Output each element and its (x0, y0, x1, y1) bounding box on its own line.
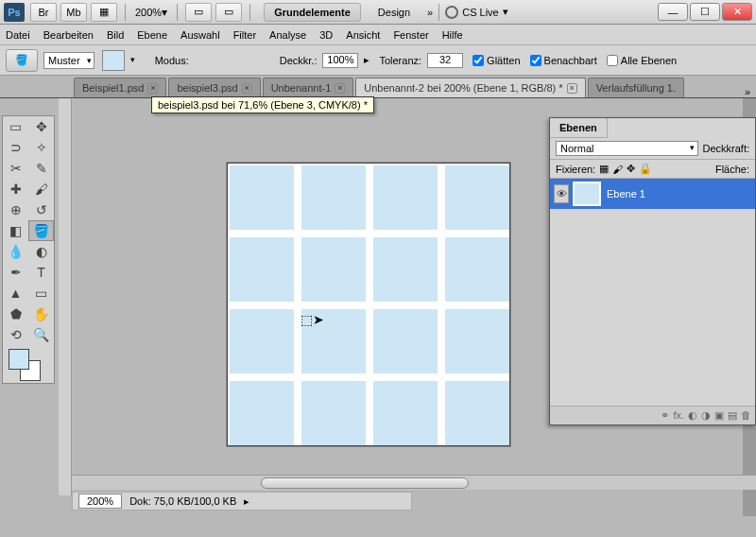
menu-analysis[interactable]: Analyse (269, 29, 306, 41)
fx-icon[interactable]: fx. (673, 409, 684, 422)
close-tab-icon[interactable]: × (567, 83, 577, 94)
opacity-flyout[interactable]: ▸ (364, 54, 369, 66)
menu-help[interactable]: Hilfe (442, 29, 463, 41)
move-tool[interactable]: ▭ (3, 116, 28, 137)
current-tool-icon[interactable]: 🪣 (6, 49, 38, 72)
maximize-button[interactable]: ☐ (690, 3, 720, 21)
document-tab[interactable]: Beispiel1.psd× (74, 78, 166, 97)
minimize-button[interactable]: — (658, 3, 688, 21)
lock-all-icon[interactable]: 🔒 (639, 163, 652, 175)
heal-tool[interactable]: ✚ (3, 179, 28, 199)
bridge-button[interactable]: Br (30, 3, 57, 22)
menu-view[interactable]: Ansicht (346, 29, 380, 41)
opacity-input[interactable]: 100% (322, 53, 358, 68)
lasso-tool[interactable]: ⊃ (3, 137, 28, 158)
bucket-tool[interactable]: 🪣 (28, 220, 54, 241)
menu-image[interactable]: Bild (107, 29, 124, 41)
document-tab[interactable]: beispiel3.psd× (168, 78, 260, 97)
history-brush-tool[interactable]: ↺ (28, 199, 54, 220)
workspace-primary[interactable]: Grundelemente (264, 3, 361, 22)
pen-tool[interactable]: ✒ (3, 262, 28, 283)
workspace-secondary[interactable]: Design (369, 4, 420, 21)
stamp-tool[interactable]: ⊕ (3, 199, 28, 220)
tolerance-label: Toleranz: (379, 55, 421, 66)
lock-pixels-icon[interactable]: 🖌 (612, 164, 623, 175)
document-tab[interactable]: Verlaufsfüllung 1. (588, 78, 684, 97)
contiguous-checkbox[interactable]: Benachbart (530, 55, 597, 66)
hand-tool[interactable]: ✋ (28, 303, 54, 324)
visibility-toggle-icon[interactable]: 👁 (554, 184, 569, 203)
layer-thumbnail[interactable] (573, 182, 601, 206)
document-tab-active[interactable]: Unbenannt-2 bei 200% (Ebene 1, RGB/8) *× (355, 78, 585, 97)
menu-select[interactable]: Auswahl (180, 29, 220, 41)
workspace-more[interactable]: » (427, 7, 433, 18)
group-icon[interactable]: ▣ (714, 409, 724, 422)
path-select-tool[interactable]: ▲ (3, 283, 28, 303)
close-tab-icon[interactable]: × (147, 83, 158, 94)
blur-tool[interactable]: 💧 (3, 241, 28, 262)
layers-tab[interactable]: Ebenen (550, 118, 608, 138)
type-tool[interactable]: T (28, 262, 54, 283)
zoom-display[interactable]: 200% (78, 494, 122, 509)
delete-layer-icon[interactable]: 🗑 (741, 409, 751, 422)
menu-3d[interactable]: 3D (319, 29, 333, 41)
document-tab[interactable]: Unbenannt-1× (263, 78, 354, 97)
layer-name[interactable]: Ebene 1 (607, 188, 645, 199)
tooltip: beispiel3.psd bei 71,6% (Ebene 3, CMYK/8… (151, 96, 374, 113)
document-tabbar: Beispiel1.psd× beispiel3.psd× Unbenannt-… (0, 76, 756, 98)
menu-filter[interactable]: Filter (233, 29, 256, 41)
horizontal-scrollbar[interactable] (72, 475, 756, 490)
link-layers-icon[interactable]: ⚭ (661, 409, 669, 422)
menu-window[interactable]: Fenster (393, 29, 428, 41)
all-layers-checkbox[interactable]: Alle Ebenen (607, 55, 677, 66)
status-flyout[interactable]: ▸ (244, 495, 249, 508)
foreground-color[interactable] (9, 349, 29, 370)
rotate-view-tool[interactable]: ⟲ (3, 324, 28, 345)
menubar: Datei Bearbeiten Bild Ebene Auswahl Filt… (0, 25, 756, 45)
window-arrange-button[interactable]: ▦ (91, 3, 117, 22)
canvas[interactable] (227, 163, 510, 446)
pattern-swatch[interactable] (102, 50, 125, 71)
view-extras-button[interactable]: ▭ (185, 3, 212, 22)
zoom-control[interactable]: 200% ▾ (135, 6, 167, 19)
app-icon: Ps (4, 3, 25, 22)
antialias-checkbox[interactable]: Glätten (472, 55, 520, 66)
blend-mode-dropdown[interactable]: Normal (556, 141, 698, 156)
menu-edit[interactable]: Bearbeiten (43, 29, 94, 41)
menu-file[interactable]: Datei (6, 29, 30, 41)
bucket-cursor-icon: ⬚➤ (301, 312, 324, 327)
screen-mode-button[interactable]: ▭ (215, 3, 242, 22)
eyedropper-tool[interactable]: ✎ (28, 158, 54, 179)
crop-tool[interactable]: ✂ (3, 158, 28, 179)
close-button[interactable]: ✕ (722, 3, 752, 21)
separator (125, 4, 126, 21)
lock-position-icon[interactable]: ✥ (627, 163, 635, 175)
close-tab-icon[interactable]: × (335, 83, 345, 94)
zoom-tool[interactable]: 🔍 (28, 324, 54, 345)
tabs-overflow[interactable]: » (745, 86, 750, 97)
opacity-label: Deckkraft: (702, 143, 749, 154)
brush-tool[interactable]: 🖌 (28, 179, 54, 199)
minibridge-button[interactable]: Mb (60, 3, 87, 22)
tolerance-input[interactable]: 32 (427, 53, 463, 68)
shape-tool[interactable]: ▭ (28, 283, 54, 303)
adjustment-icon[interactable]: ◑ (701, 409, 711, 422)
close-tab-icon[interactable]: × (242, 83, 252, 94)
separator (438, 4, 439, 21)
3d-tool[interactable]: ⬟ (3, 303, 28, 324)
new-layer-icon[interactable]: ▤ (728, 409, 737, 422)
menu-layer[interactable]: Ebene (137, 29, 167, 41)
fill-source-dropdown[interactable]: Muster (43, 52, 94, 69)
titlebar: Ps Br Mb ▦ 200% ▾ ▭ ▭ Grundelemente Desi… (0, 0, 756, 25)
layer-row[interactable]: 👁 Ebene 1 (550, 179, 755, 209)
opacity-label: Deckkr.: (280, 55, 318, 66)
dodge-tool[interactable]: ◐ (28, 241, 54, 262)
mask-icon[interactable]: ◐ (688, 409, 697, 422)
cslive-button[interactable]: CS Live ▾ (445, 6, 508, 19)
panel-strip[interactable] (59, 98, 72, 495)
lock-transparency-icon[interactable]: ▦ (599, 163, 609, 175)
marquee-tool[interactable]: ✥ (28, 116, 54, 137)
color-swatches[interactable] (3, 345, 54, 383)
wand-tool[interactable]: ✧ (28, 137, 54, 158)
eraser-tool[interactable]: ◧ (3, 220, 28, 241)
